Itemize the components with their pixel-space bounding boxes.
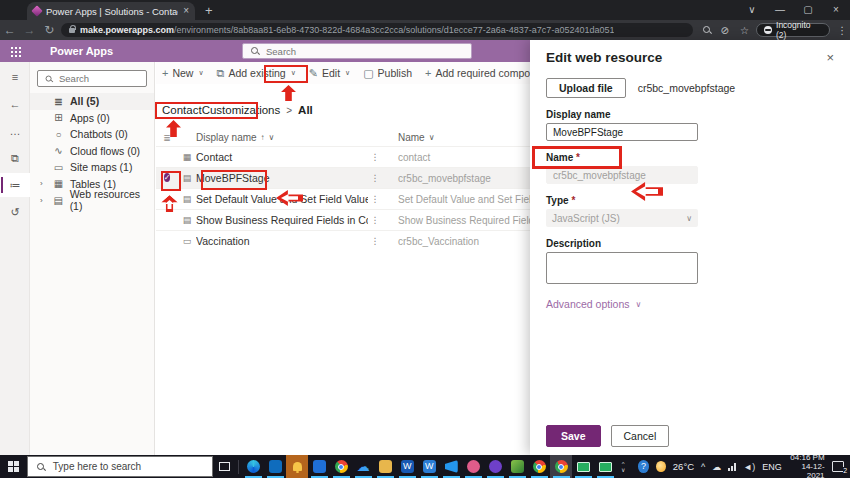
taskbar-item-people[interactable] xyxy=(308,455,330,478)
browser-tab[interactable]: Power Apps | Solutions - Contact × xyxy=(27,2,195,20)
breadcrumb-solution-link[interactable]: ContactCustomizations xyxy=(162,104,280,116)
waffle-menu-icon[interactable] xyxy=(10,46,21,57)
row-display-name[interactable]: Contact xyxy=(196,151,368,163)
selected-check-icon[interactable]: ✓ xyxy=(164,173,171,182)
rail-more-icon[interactable]: … xyxy=(0,119,30,143)
display-name-field[interactable] xyxy=(546,123,698,141)
rail-history-icon[interactable]: ↺ xyxy=(0,200,30,224)
taskbar-search-box[interactable]: Type here to search xyxy=(27,456,213,477)
tab-close-icon[interactable]: × xyxy=(183,6,189,16)
refresh-icon[interactable]: ↻ xyxy=(39,23,59,37)
taskbar-item-outlook[interactable] xyxy=(264,455,286,478)
close-window-button[interactable]: × xyxy=(822,0,850,20)
edit-button[interactable]: ✎ Edit ∨ xyxy=(309,67,350,80)
row-kebab-icon[interactable]: ⋮ xyxy=(368,152,382,162)
sidebar-item-site-maps[interactable]: ▭ Site maps (1) xyxy=(30,159,154,176)
screen: Power Apps | Solutions - Contact × + ∨ —… xyxy=(0,0,850,478)
expand-chevron-icon[interactable]: › xyxy=(40,196,47,205)
taskbar-clock[interactable]: 04:16 PM 14-12-2021 xyxy=(789,453,825,478)
taskbar-item-chrome-active[interactable] xyxy=(550,455,572,478)
sitemap-icon: ▭ xyxy=(53,162,64,173)
sidebar-item-cloud-flows[interactable]: ∿ Cloud flows (0) xyxy=(30,143,154,160)
cancel-button[interactable]: Cancel xyxy=(611,425,670,447)
lock-icon xyxy=(69,28,75,33)
weather-sun-icon[interactable] xyxy=(656,461,666,472)
action-center-icon[interactable]: 2 xyxy=(832,461,845,472)
publish-button[interactable]: ▢ Publish xyxy=(363,67,412,80)
column-header-display-name[interactable]: Display name ↑ ∨ xyxy=(196,132,368,143)
maximize-button[interactable]: ▢ xyxy=(794,0,822,20)
taskbar-item-app-pink[interactable] xyxy=(462,455,484,478)
taskbar-item-word-2[interactable]: W xyxy=(418,455,440,478)
save-button[interactable]: Save xyxy=(546,425,601,447)
taskbar-item-chrome[interactable] xyxy=(330,455,352,478)
upload-file-button[interactable]: Upload file xyxy=(546,78,626,98)
description-field[interactable] xyxy=(546,252,698,284)
row-display-name[interactable]: MoveBPFStage xyxy=(196,172,368,184)
taskbar-item-vscode[interactable] xyxy=(440,455,462,478)
row-kebab-icon[interactable]: ⋮ xyxy=(368,194,382,204)
taskbar-item-sticky-notes[interactable] xyxy=(374,455,396,478)
add-existing-button[interactable]: ⧉ Add existing ∨ xyxy=(217,67,296,80)
browser-menu-icon[interactable]: ⋮ xyxy=(834,25,850,36)
start-button[interactable] xyxy=(0,455,27,478)
taskbar-item-edge[interactable] xyxy=(242,455,264,478)
advanced-options-toggle[interactable]: Advanced options ∨ xyxy=(546,298,834,310)
back-icon[interactable]: ← xyxy=(0,23,20,37)
app-search-input[interactable] xyxy=(266,46,446,57)
taskbar-item-photos[interactable] xyxy=(506,455,528,478)
help-icon[interactable]: ? xyxy=(638,460,649,473)
sidebar-item-apps[interactable]: ⊞ Apps (0) xyxy=(30,110,154,127)
new-button[interactable]: + New ∨ xyxy=(162,67,204,79)
zoom-search-icon[interactable] xyxy=(701,24,713,36)
taskbar-item-remote-desktop[interactable] xyxy=(572,455,594,478)
rail-hamburger-icon[interactable]: ≡ xyxy=(0,65,30,89)
taskbar-item-word[interactable]: W xyxy=(396,455,418,478)
forward-icon[interactable]: → xyxy=(20,23,40,37)
incognito-icon xyxy=(764,26,772,34)
row-kebab-icon[interactable]: ⋮ xyxy=(368,215,382,225)
sidebar-item-all[interactable]: ≣ All (5) xyxy=(30,93,154,110)
row-display-name[interactable]: Vaccination xyxy=(196,235,368,247)
app-search-box[interactable] xyxy=(242,43,472,59)
taskbar-item-remote-desktop-2[interactable] xyxy=(594,455,616,478)
minimize-button[interactable]: — xyxy=(766,0,794,20)
taskbar-item-notifier[interactable] xyxy=(286,455,308,478)
task-view-button[interactable] xyxy=(213,455,235,478)
sidebar-search-icon xyxy=(44,73,54,83)
language-indicator[interactable]: ENG xyxy=(762,462,782,472)
temperature[interactable]: 26°C xyxy=(673,461,694,472)
sidebar-item-chatbots[interactable]: ○ Chatbots (0) xyxy=(30,126,154,143)
rail-popout-icon[interactable]: ⧉ xyxy=(0,146,30,170)
sidebar-search-box[interactable] xyxy=(37,70,147,87)
expand-chevron-icon[interactable]: › xyxy=(40,179,47,188)
taskbar-item-github[interactable] xyxy=(484,455,506,478)
row-display-name[interactable]: Set Default Value and Set Field Value fo… xyxy=(196,193,368,205)
row-kebab-icon[interactable]: ⋮ xyxy=(368,173,382,183)
rail-back-icon[interactable]: ← xyxy=(0,92,30,116)
app-brand[interactable]: Power Apps xyxy=(50,45,113,57)
sidebar-item-label: Site maps (1) xyxy=(70,161,132,173)
speaker-icon[interactable]: ◄) xyxy=(743,462,755,472)
sidebar-item-web-resources[interactable]: › ▤ Web resources (1) xyxy=(30,192,154,209)
address-bar[interactable]: make.powerapps.com/environments/8ab8aa81… xyxy=(61,23,693,37)
bookmark-star-icon[interactable]: ☆ xyxy=(737,25,753,36)
power-apps-favicon-icon xyxy=(31,5,42,16)
type-label: Type * xyxy=(546,195,834,206)
select-all-icon[interactable]: ≣ xyxy=(156,133,178,143)
tab-search-icon[interactable]: ∨ xyxy=(738,0,766,20)
network-signal-icon[interactable] xyxy=(728,463,736,471)
panel-close-icon[interactable]: × xyxy=(826,50,834,65)
row-kebab-icon[interactable]: ⋮ xyxy=(368,236,382,246)
taskbar-scroll-arrows[interactable]: ^∨ xyxy=(616,461,629,473)
sidebar-search-input[interactable] xyxy=(59,73,139,84)
taskbar-item-chrome-2[interactable] xyxy=(528,455,550,478)
tray-expand-chevron-icon[interactable]: ^ xyxy=(701,462,705,472)
sidebar-item-label: All (5) xyxy=(70,95,99,107)
new-tab-button[interactable]: + xyxy=(205,2,213,20)
eye-off-icon[interactable]: ⊘ xyxy=(717,25,733,36)
row-display-name[interactable]: Show Business Required Fields in Contact… xyxy=(196,214,368,226)
taskbar-item-onedrive[interactable]: ☁ xyxy=(352,455,374,478)
rail-solution-tree-icon[interactable]: ≔ xyxy=(0,173,30,197)
onedrive-tray-icon[interactable]: ☁ xyxy=(712,462,721,472)
